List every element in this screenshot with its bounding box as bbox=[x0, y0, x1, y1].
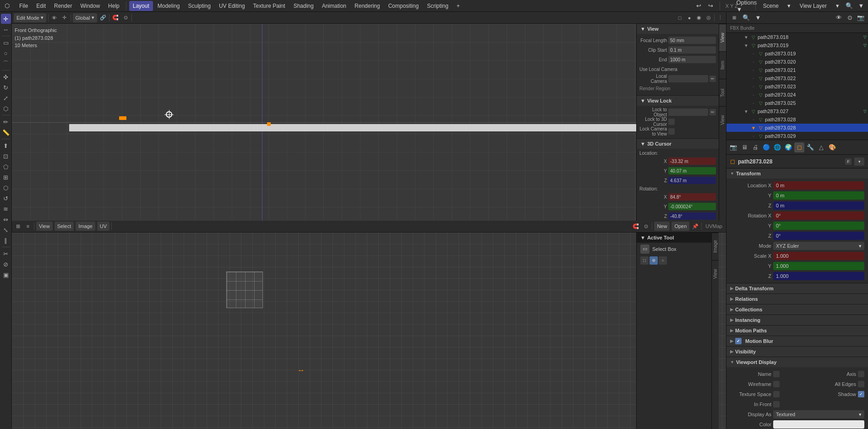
outliner-view-btn[interactable]: ⊞ bbox=[729, 13, 739, 23]
lock-object-eyedropper[interactable]: ✏ bbox=[710, 109, 716, 115]
viewport-more-btn[interactable]: ⋮ bbox=[716, 14, 724, 22]
menu-add-workspace[interactable]: + bbox=[453, 1, 464, 11]
bevel-btn[interactable]: ⬠ bbox=[1, 162, 11, 172]
grab-btn[interactable]: ✜ bbox=[1, 72, 11, 82]
prop-scene2-icon[interactable]: 🌐 bbox=[772, 142, 782, 152]
vd-shadow-check[interactable]: ✓ bbox=[858, 391, 864, 397]
visibility-header[interactable]: ▶ Visibility bbox=[726, 347, 868, 357]
prop-output-icon[interactable]: 🖨 bbox=[750, 142, 760, 152]
uv-view-menu[interactable]: View bbox=[36, 222, 53, 231]
knife-btn[interactable]: ✂ bbox=[1, 249, 11, 259]
prop-render-icon[interactable]: 🖥 bbox=[739, 142, 749, 152]
edit-mode-dropdown[interactable]: Edit Mode ▾ bbox=[14, 13, 46, 22]
scale-y-value[interactable]: 1.000 bbox=[773, 262, 864, 270]
local-camera-value[interactable] bbox=[668, 75, 708, 82]
select-box-btn[interactable]: ▭ bbox=[1, 38, 11, 48]
motion-blur-check[interactable]: ✓ bbox=[735, 338, 742, 344]
prop-modifiers-icon[interactable]: 🔧 bbox=[805, 142, 815, 152]
redo-history-icon[interactable]: ↪ bbox=[706, 1, 716, 11]
loc-y-value[interactable]: 0 m bbox=[773, 191, 864, 200]
outliner-item-7[interactable]: · ▽ path2873.024 bbox=[726, 91, 868, 99]
side-tab-view2[interactable]: View bbox=[719, 106, 726, 134]
vd-infront-check[interactable] bbox=[773, 401, 780, 407]
outliner-item-11[interactable]: ▼ ▽ path2873.028 bbox=[726, 124, 868, 132]
rot-x-value[interactable]: 0° bbox=[773, 212, 864, 220]
viewport-shading-solid-btn[interactable]: ● bbox=[685, 14, 693, 22]
viewport-display-header[interactable]: ▼ Viewport Display bbox=[726, 357, 868, 367]
select-box-icon[interactable]: ▭ bbox=[640, 244, 650, 254]
menu-render[interactable]: Render bbox=[50, 1, 76, 11]
lock-3d-cursor-check[interactable] bbox=[668, 119, 675, 125]
n-viewlock-header[interactable]: ▼ View Lock bbox=[637, 96, 719, 106]
cursor-ry-value[interactable]: -0.000024° bbox=[668, 203, 716, 210]
n-section-view-header[interactable]: ▼ View bbox=[637, 24, 719, 34]
vd-all-edges-check[interactable] bbox=[858, 381, 864, 387]
uv-proportional-icon[interactable]: ⊙ bbox=[642, 222, 650, 230]
outliner-item-2[interactable]: · ▽ path2873.019 bbox=[726, 49, 868, 58]
edge-slide-btn[interactable]: ⇔ bbox=[1, 214, 11, 224]
viewport-shading-wire-btn[interactable]: □ bbox=[676, 14, 684, 22]
global-local-dropdown[interactable]: Global ▾ bbox=[73, 13, 98, 22]
vd-name-check[interactable] bbox=[773, 371, 780, 377]
mode-dropdown[interactable]: XYZ Euler ▾ bbox=[773, 242, 864, 250]
loop-cut-btn[interactable]: ⊞ bbox=[1, 172, 11, 182]
menu-layout[interactable]: Layout bbox=[129, 1, 153, 11]
menu-sculpting[interactable]: Sculpting bbox=[185, 1, 214, 11]
annotate-btn[interactable]: ✏ bbox=[1, 117, 11, 127]
menu-compositing[interactable]: Compositing bbox=[384, 1, 422, 11]
transform-header[interactable]: ▼ Transform bbox=[726, 168, 868, 179]
uv-open-btn[interactable]: Open bbox=[671, 222, 689, 231]
menu-help[interactable]: Help bbox=[104, 1, 123, 11]
loc-x-value[interactable]: 0 m bbox=[773, 181, 864, 190]
cursor-z-value[interactable]: 4.637 m bbox=[668, 177, 716, 184]
local-camera-eyedropper[interactable]: ✏ bbox=[710, 76, 716, 82]
mode-icon-add[interactable]: ⊕ bbox=[650, 256, 658, 265]
transform-btn[interactable]: ⬡ bbox=[1, 103, 11, 114]
outliner-item-1[interactable]: ▼ ▽ path2873.019 ▽ bbox=[726, 41, 868, 49]
menu-rendering[interactable]: Rendering bbox=[351, 1, 383, 11]
link-icon[interactable]: 🔗 bbox=[99, 14, 107, 22]
rotate-btn[interactable]: ↻ bbox=[1, 82, 11, 92]
focal-length-value[interactable]: 50 mm bbox=[668, 37, 716, 44]
vd-color-swatch[interactable] bbox=[773, 420, 864, 429]
rot-y-value[interactable]: 0° bbox=[773, 222, 864, 230]
lock-camera-to-view-check[interactable] bbox=[668, 128, 675, 135]
prop-world-icon[interactable]: 🌍 bbox=[783, 142, 793, 152]
instancing-header[interactable]: ▶ Instancing bbox=[726, 315, 868, 325]
select-lasso-btn[interactable]: ⌒ bbox=[1, 59, 11, 69]
uv-pin-icon[interactable]: 📌 bbox=[691, 222, 699, 230]
outliner-item-9[interactable]: ▼ ▽ path2873.027 ▽ bbox=[726, 107, 868, 115]
uv-viewport[interactable]: ↔ ▼ Active Tool ▭ Select Box □ ⊕ ○ bbox=[12, 233, 726, 429]
fill-btn[interactable]: ▣ bbox=[1, 270, 11, 280]
scale-z-value[interactable]: 1.000 bbox=[773, 272, 864, 280]
cursor-rz-value[interactable]: -40.8° bbox=[668, 212, 716, 220]
outliner-restrict-vis[interactable]: 👁 bbox=[834, 13, 844, 23]
vd-texspace-check[interactable] bbox=[773, 391, 780, 397]
uv-select-menu[interactable]: Select bbox=[55, 222, 74, 231]
spin-btn[interactable]: ↺ bbox=[1, 193, 11, 203]
outliner-item-12[interactable]: · ▽ path2873.029 bbox=[726, 132, 868, 140]
options-btn[interactable]: Options ▼ bbox=[742, 1, 752, 11]
outliner-item-8[interactable]: · ▽ path2873.025 bbox=[726, 99, 868, 107]
menu-window[interactable]: Window bbox=[76, 1, 104, 11]
end-value[interactable]: 1000 m bbox=[668, 56, 716, 63]
outliner-item-3[interactable]: · ▽ path2873.020 bbox=[726, 58, 868, 66]
smooth-btn[interactable]: ≋ bbox=[1, 204, 11, 214]
outliner-restrict-sel[interactable]: ⊙ bbox=[845, 13, 855, 23]
shrink-btn[interactable]: ⤡ bbox=[1, 225, 11, 235]
extrude-btn[interactable]: ⬆ bbox=[1, 141, 11, 151]
uv-new-btn[interactable]: New bbox=[654, 222, 670, 231]
prop-scene-icon[interactable]: 📷 bbox=[728, 142, 738, 152]
viewport-shading-material-btn[interactable]: ◉ bbox=[695, 14, 703, 22]
object-datablock-browse[interactable]: ▾ bbox=[854, 157, 864, 166]
cursor-rx-value[interactable]: 84.8° bbox=[668, 193, 716, 201]
vd-wire-check[interactable] bbox=[773, 381, 780, 387]
viewport-3d[interactable]: Front Orthographic (1) path2873.028 10 M… bbox=[12, 24, 726, 221]
mode-icon-replace[interactable]: □ bbox=[640, 256, 649, 265]
outliner-item-4[interactable]: · ▽ path2873.021 bbox=[726, 66, 868, 74]
menu-uv-editing[interactable]: UV Editing bbox=[215, 1, 249, 11]
menu-edit[interactable]: Edit bbox=[33, 1, 49, 11]
scale-btn[interactable]: ⤢ bbox=[1, 93, 11, 103]
filter-btn[interactable]: ▼ bbox=[856, 1, 866, 11]
uv-mode-toggle[interactable]: ≡ bbox=[24, 222, 32, 230]
